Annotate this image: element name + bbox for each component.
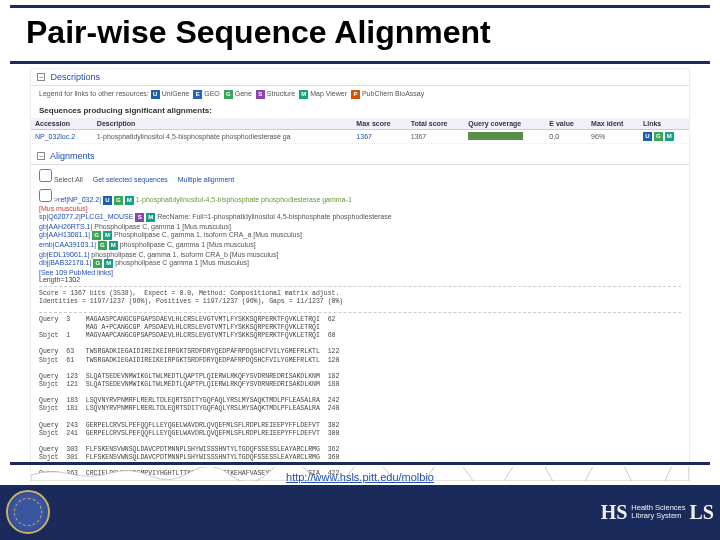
descriptions-label: Descriptions [51,72,101,82]
sub-accession-link[interactable]: dbj|BAB32178.1| [39,259,91,266]
alignments-label: Alignments [50,151,95,161]
gene-icon: G [224,90,233,99]
resource-legend: Legend for links to other resources: U U… [31,86,689,103]
unigene-icon[interactable]: U [643,132,652,141]
table-row[interactable]: NP_032loc.2 1-phosphatidylinositol 4,5-b… [31,130,689,144]
legend-prefix: Legend for links to other resources: [39,90,149,97]
hit-species: [Mus musculus] [39,205,681,212]
brand-line2: Library System [631,512,685,520]
links-cell[interactable]: U G M [639,130,689,144]
hit-description: 1-phosphatidylinositol 4,5-bisphosphate … [93,130,353,144]
hit-subline: dbj|BAB32178.1| G M phospholipase C gamm… [39,259,681,268]
col-description[interactable]: Description [93,118,353,130]
legend-item: M Map Viewer [299,90,347,99]
unigene-icon: U [151,90,160,99]
hsls-logo: HS Health Sciences Library System LS [601,490,714,534]
pubmed-links[interactable]: [See 109 PubMed links] [39,269,113,276]
brand-footer: HS Health Sciences Library System LS [0,485,720,540]
legend-item: P PubChem BioAssay [351,90,424,99]
blast-screenshot: − Descriptions Legend for links to other… [30,68,690,488]
geo-icon: E [193,90,202,99]
select-all-label: Select All [54,176,83,183]
alignment-block: >ref|NP_032.2| U G M 1-phosphatidylinosi… [31,187,689,488]
hit-subline: gb|EDL19061.1| phospholipase C, gamma 1,… [39,251,681,258]
coverage-cell [464,130,545,144]
col-accession[interactable]: Accession [31,118,93,130]
db-badge-icon[interactable]: G [92,231,101,240]
col-links[interactable]: Links [639,118,689,130]
db-badge-icon[interactable]: M [146,213,155,222]
legend-item: G Gene [224,90,252,99]
evalue: 0.0 [545,130,587,144]
sub-accession-link[interactable]: gb|AAH26RTS.1| [39,223,92,230]
alignments-toggle[interactable]: − Alignments [31,148,689,165]
sub-accession-link[interactable]: emb|CAA39103.1| [39,241,96,248]
collapse-icon: − [37,73,45,81]
hs-text: HS [601,503,628,521]
col-coverage[interactable]: Query coverage [464,118,545,130]
ls-text: LS [690,503,714,521]
gene-icon[interactable]: G [114,196,123,205]
mapviewer-icon[interactable]: M [665,132,674,141]
hit-subline: gb|AAH26RTS.1| Phospholipase C, gamma 1 … [39,223,681,230]
get-sequences-link[interactable]: Get selected sequences [93,176,168,183]
length-line: Length=1302 [39,276,681,283]
pubchem bioassay-icon: P [351,90,360,99]
results-header: Sequences producing significant alignmen… [31,103,689,118]
db-badge-icon[interactable]: S [135,213,144,222]
col-ident[interactable]: Max ident [587,118,639,130]
gene-icon[interactable]: G [654,132,663,141]
legend-item: E GEO [193,90,220,99]
alignments-controls: Select All Get selected sequences Multip… [31,165,689,187]
hit-select-checkbox[interactable] [39,189,52,202]
db-badge-icon[interactable]: G [93,259,102,268]
university-seal-icon [6,490,50,534]
hit-table: Accession Description Max score Total sc… [31,118,689,144]
max-score-link[interactable]: 1367 [356,133,372,140]
slide-top-rule [10,0,710,8]
total-score: 1367 [407,130,465,144]
mapviewer-icon[interactable]: M [125,196,134,205]
db-badge-icon[interactable]: M [103,231,112,240]
alignment-stats: Score = 1367 bits (3538), Expect = 0.0, … [39,286,681,309]
structure-icon: S [256,90,265,99]
hit-title: 1-phosphatidylinositol-4,5-bisphosphate … [136,196,352,203]
map viewer-icon: M [299,90,308,99]
legend-item: S Structure [256,90,295,99]
descriptions-toggle[interactable]: − Descriptions [31,69,689,86]
hit-subline: gb|AAH13081.1| G M Phospholipase C, gamm… [39,231,681,240]
accession-link[interactable]: NP_032loc.2 [35,133,75,140]
legend-item: U UniGene [151,90,190,99]
slide-title: Pair-wise Sequence Alignment [10,8,710,64]
db-badge-icon[interactable]: M [104,259,113,268]
url-footer: http://www.hsls.pitt.edu/molbio [10,462,710,485]
col-evalue[interactable]: E value [545,118,587,130]
hit-accession-link[interactable]: ref|NP_032.2| [58,196,101,203]
max-ident: 96% [587,130,639,144]
unigene-icon[interactable]: U [103,196,112,205]
sub-accession-link[interactable]: sp|Q62077.2|PLCG1_MOUSE [39,213,133,220]
collapse-icon: − [37,152,45,160]
db-badge-icon[interactable]: M [109,241,118,250]
col-max[interactable]: Max score [352,118,406,130]
multiple-alignment-link[interactable]: Multiple alignment [178,176,234,183]
select-all-checkbox[interactable] [39,169,52,182]
col-total[interactable]: Total score [407,118,465,130]
sub-accession-link[interactable]: gb|EDL19061.1| [39,251,89,258]
sub-accession-link[interactable]: gb|AAH13081.1| [39,231,90,238]
db-badge-icon[interactable]: G [98,241,107,250]
source-url-link[interactable]: http://www.hsls.pitt.edu/molbio [286,471,434,483]
hit-subline: emb|CAA39103.1| G M phospholipase C, gam… [39,241,681,250]
hit-subline: sp|Q62077.2|PLCG1_MOUSE S M RecName: Ful… [39,213,681,222]
